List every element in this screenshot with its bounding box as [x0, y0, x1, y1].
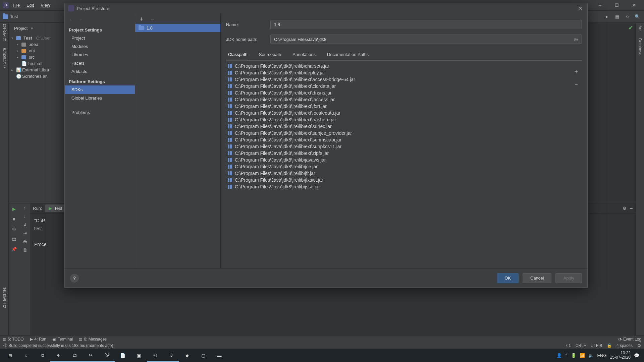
- run-play-icon[interactable]: ▶: [11, 205, 17, 212]
- add-classpath-icon[interactable]: ＋: [573, 67, 579, 75]
- run-gear-icon[interactable]: ⚙: [623, 206, 627, 211]
- clock[interactable]: 10:32 15-07-2020: [610, 351, 631, 360]
- scroll-up-icon[interactable]: ↑: [24, 205, 26, 210]
- memory-icon[interactable]: ⏣: [637, 343, 641, 348]
- breadcrumb-project[interactable]: Test: [10, 14, 18, 19]
- chevron-down-icon[interactable]: ▾: [31, 26, 33, 31]
- tool-ant[interactable]: Ant: [638, 25, 642, 32]
- tray-chevron-icon[interactable]: ˄: [565, 353, 568, 358]
- nav-project[interactable]: Project: [65, 34, 135, 42]
- run-pin-icon[interactable]: 📌: [11, 246, 17, 252]
- file-encoding[interactable]: UTF-8: [591, 343, 602, 348]
- search-icon[interactable]: ○: [18, 349, 34, 362]
- cancel-button[interactable]: Cancel: [523, 273, 551, 283]
- remove-classpath-icon[interactable]: －: [573, 80, 579, 88]
- ok-button[interactable]: OK: [497, 273, 519, 283]
- window-close[interactable]: ✕: [626, 0, 641, 11]
- search-everywhere-icon[interactable]: 🔍: [633, 13, 641, 21]
- tool-project[interactable]: 1: Project: [2, 24, 7, 41]
- run-config-icon[interactable]: ▸: [603, 13, 611, 21]
- classpath-entry[interactable]: C:\Program Files\Java\jdk8\jre\lib\jfr.j…: [226, 170, 571, 177]
- tab-classpath[interactable]: Classpath: [227, 49, 248, 60]
- classpath-entry[interactable]: C:\Program Files\Java\jdk8\jre\lib\ext\a…: [226, 76, 571, 83]
- classpath-entry[interactable]: C:\Program Files\Java\jdk8\jre\lib\ext\s…: [226, 136, 571, 143]
- task-view-icon[interactable]: ⧉: [34, 349, 50, 362]
- wifi-icon[interactable]: 📶: [580, 353, 585, 358]
- edge-icon[interactable]: e: [50, 349, 66, 362]
- lock-icon[interactable]: 🔒: [607, 343, 612, 348]
- line-separator[interactable]: CRLF: [576, 343, 586, 348]
- window-maximize[interactable]: ☐: [609, 0, 625, 11]
- classpath-entry[interactable]: C:\Program Files\Java\jdk8\jre\lib\ext\s…: [226, 143, 571, 150]
- tab-docs[interactable]: Documentation Paths: [326, 49, 369, 60]
- run-layout-icon[interactable]: ▤: [11, 236, 17, 242]
- menu-edit[interactable]: Edit: [24, 1, 37, 9]
- menu-view[interactable]: View: [38, 1, 53, 9]
- tool-structure[interactable]: 7: Structure: [2, 48, 7, 69]
- chrome-icon[interactable]: ◎: [147, 349, 163, 362]
- nav-problems[interactable]: Problems: [65, 108, 135, 117]
- tool-todo[interactable]: ≣ 6: TODO: [3, 337, 24, 342]
- tool-event-log[interactable]: ◔ Event Log: [618, 337, 641, 342]
- menu-file[interactable]: File: [10, 1, 22, 9]
- tool-database[interactable]: Database: [638, 38, 642, 55]
- remove-sdk-button[interactable]: －: [149, 15, 155, 23]
- nav-sdks[interactable]: SDKs: [65, 85, 135, 94]
- classpath-entry[interactable]: C:\Program Files\Java\jdk8\jre\lib\ext\l…: [226, 110, 571, 116]
- nav-modules[interactable]: Modules: [65, 42, 135, 51]
- classpath-list[interactable]: C:\Program Files\Java\jdk8\jre\lib\chars…: [226, 61, 571, 268]
- tool-messages[interactable]: ≣ 0: Messages: [79, 337, 107, 342]
- classpath-entry[interactable]: C:\Program Files\Java\jdk8\jre\lib\chars…: [226, 63, 571, 69]
- classpath-entry[interactable]: C:\Program Files\Java\jdk8\jre\lib\javaw…: [226, 157, 571, 163]
- language-indicator[interactable]: ENG: [597, 353, 606, 358]
- tab-annotations[interactable]: Annotations: [292, 49, 316, 60]
- start-button[interactable]: ⊞: [2, 349, 18, 362]
- sticky-notes-icon[interactable]: ▢: [195, 349, 211, 362]
- classpath-entry[interactable]: C:\Program Files\Java\jdk8\jre\lib\ext\j…: [226, 103, 571, 110]
- classpath-entry[interactable]: C:\Program Files\Java\jdk8\jre\lib\deplo…: [226, 69, 571, 76]
- classpath-entry[interactable]: C:\Program Files\Java\jdk8\jre\lib\jfxsw…: [226, 177, 571, 183]
- tab-sourcepath[interactable]: Sourcepath: [258, 49, 282, 60]
- browse-folder-icon[interactable]: 🗁: [572, 37, 580, 42]
- indent-setting[interactable]: 4 spaces: [616, 343, 633, 348]
- explorer-icon[interactable]: 🗂: [66, 349, 83, 362]
- trash-icon[interactable]: 🗑: [23, 247, 27, 252]
- run-settings-icon[interactable]: ⚙: [11, 226, 17, 232]
- soft-wrap-icon[interactable]: ↲: [23, 222, 27, 227]
- window-minimize[interactable]: ━: [592, 0, 608, 11]
- classpath-entry[interactable]: C:\Program Files\Java\jdk8\jre\lib\jce.j…: [226, 163, 571, 170]
- people-icon[interactable]: 👤: [556, 353, 562, 358]
- debug-icon[interactable]: ⎋: [623, 13, 631, 21]
- classpath-entry[interactable]: C:\Program Files\Java\jdk8\jre\lib\jsse.…: [226, 183, 571, 190]
- run-hide-icon[interactable]: ━: [630, 206, 633, 211]
- nav-artifacts[interactable]: Artifacts: [65, 67, 135, 76]
- print-icon[interactable]: 🖶: [23, 239, 27, 244]
- tool-run[interactable]: ▶ 4: Run: [30, 337, 46, 342]
- notepad-icon[interactable]: 📄: [115, 349, 131, 362]
- classpath-entry[interactable]: C:\Program Files\Java\jdk8\jre\lib\ext\s…: [226, 123, 571, 130]
- classpath-entry[interactable]: C:\Program Files\Java\jdk8\jre\lib\ext\s…: [226, 130, 571, 136]
- outlook-icon[interactable]: ✉: [83, 349, 99, 362]
- nav-facets[interactable]: Facets: [65, 59, 135, 67]
- volume-icon[interactable]: 🔈: [588, 353, 594, 358]
- nav-back-icon[interactable]: ←: [69, 17, 73, 22]
- classpath-entry[interactable]: C:\Program Files\Java\jdk8\jre\lib\ext\d…: [226, 89, 571, 96]
- project-view-title[interactable]: Project: [14, 26, 28, 31]
- app-icon[interactable]: ◆: [179, 349, 195, 362]
- build-icon[interactable]: ▦: [613, 13, 621, 21]
- help-button[interactable]: ?: [70, 274, 79, 283]
- export-icon[interactable]: ⇥: [23, 231, 27, 236]
- add-sdk-button[interactable]: ＋: [139, 15, 145, 23]
- scroll-down-icon[interactable]: ↓: [24, 214, 26, 219]
- tool-terminal[interactable]: ▣ Terminal: [52, 337, 73, 342]
- powerpoint-icon[interactable]: ▣: [131, 349, 147, 362]
- notifications-icon[interactable]: 💬: [634, 353, 639, 358]
- nav-libraries[interactable]: Libraries: [65, 51, 135, 59]
- classpath-entry[interactable]: C:\Program Files\Java\jdk8\jre\lib\ext\z…: [226, 150, 571, 157]
- sdk-name-input[interactable]: 1.8: [270, 20, 582, 29]
- jdk-home-input[interactable]: C:\Program Files\Java\jdk8 🗁: [270, 35, 582, 44]
- classpath-entry[interactable]: C:\Program Files\Java\jdk8\jre\lib\ext\c…: [226, 83, 571, 89]
- battery-icon[interactable]: 🔋: [571, 353, 576, 358]
- run-stop-icon[interactable]: ■: [11, 216, 17, 222]
- intellij-taskbar-icon[interactable]: IJ: [163, 349, 179, 362]
